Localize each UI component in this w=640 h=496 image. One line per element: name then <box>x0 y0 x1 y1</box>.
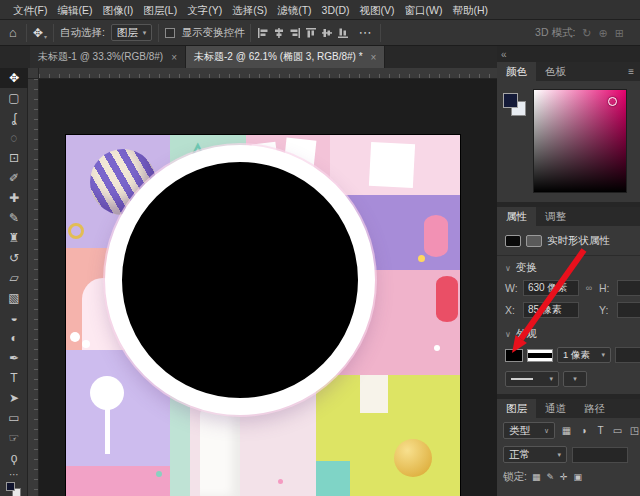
dock-header: « <box>497 46 640 62</box>
align-center-horizontal-icon[interactable] <box>273 27 285 39</box>
filter-smart-object-icon[interactable]: ◳ <box>628 425 640 436</box>
foreground-background-toolbar-swatches[interactable] <box>0 480 28 496</box>
color-picker-marker[interactable] <box>608 97 617 106</box>
document-tab[interactable]: 未标题-2 @ 62.1% (椭圆 3, RGB/8#) *× <box>186 46 385 68</box>
chevron-down-icon[interactable]: ∨ <box>505 330 511 339</box>
align-bottom-icon[interactable] <box>337 27 349 39</box>
edit-toolbar-icon[interactable]: ⋯ <box>0 468 28 480</box>
panel-menu-icon[interactable]: ≡ <box>628 62 640 81</box>
close-icon[interactable]: × <box>171 52 177 63</box>
lock-position-icon[interactable]: ✛ <box>560 472 568 482</box>
document-tab[interactable]: 未标题-1 @ 33.3%(RGB/8#)× <box>30 46 186 68</box>
menu-item-view[interactable]: 视图(V) <box>355 0 400 20</box>
stroke-width-dropdown[interactable]: 1 像素 ▾ <box>557 347 611 363</box>
pen-tool[interactable]: ✒ <box>0 348 28 368</box>
white-frame-graphic <box>369 142 415 188</box>
shape-properties-icon[interactable] <box>505 235 521 247</box>
align-center-vertical-icon[interactable] <box>321 27 333 39</box>
lock-pixels-icon[interactable]: ✎ <box>546 472 554 482</box>
properties-panel-tab[interactable]: 属性 <box>497 207 536 226</box>
divider <box>497 255 640 256</box>
auto-select-dropdown[interactable]: 图层 ▾ <box>111 24 153 41</box>
history-brush-tool[interactable]: ↺ <box>0 248 28 268</box>
mask-properties-icon[interactable] <box>526 235 542 247</box>
properties-panel-tab[interactable]: 调整 <box>536 207 575 226</box>
filter-shape-icon[interactable]: ▭ <box>611 425 624 436</box>
filter-adjustment-icon[interactable]: ◑ <box>577 425 590 436</box>
eyedropper-tool[interactable]: ✐ <box>0 168 28 188</box>
chevron-down-icon[interactable]: ∨ <box>505 264 511 273</box>
home-icon[interactable]: ⌂ <box>6 25 20 40</box>
menu-item-select[interactable]: 选择(S) <box>227 0 272 20</box>
y-input[interactable] <box>617 302 640 318</box>
align-left-icon[interactable] <box>257 27 269 39</box>
marquee-tool[interactable]: ▢ <box>0 88 28 108</box>
crop-tool[interactable]: ⊡ <box>0 148 28 168</box>
quick-selection-tool[interactable]: ◌ <box>0 128 28 148</box>
width-input[interactable]: 630 像素 <box>523 280 579 296</box>
menu-item-window[interactable]: 窗口(W) <box>400 0 448 20</box>
filter-type-icon[interactable]: T <box>594 425 607 436</box>
gradient-tool[interactable]: ▧ <box>0 288 28 308</box>
brush-tool[interactable]: ✎ <box>0 208 28 228</box>
stroke-align-dropdown[interactable]: ▾ <box>563 371 587 387</box>
clone-stamp-tool[interactable]: ♜ <box>0 228 28 248</box>
healing-brush-tool[interactable]: ✚ <box>0 188 28 208</box>
eraser-tool[interactable]: ▱ <box>0 268 28 288</box>
x-input[interactable]: 85 像素 <box>523 302 579 318</box>
3d-scale-icon[interactable]: ⊞ <box>615 27 624 40</box>
foreground-color-swatch[interactable] <box>503 93 518 108</box>
lasso-tool[interactable]: ʆ <box>0 108 28 128</box>
lock-transparency-icon[interactable]: ▦ <box>532 472 541 482</box>
shape-tool[interactable]: ▭ <box>0 408 28 428</box>
layers-panel-tab[interactable]: 通道 <box>536 399 575 418</box>
link-dimensions-icon[interactable]: ∞ <box>582 283 596 293</box>
fill-color-swatch[interactable] <box>505 349 523 362</box>
move-tool[interactable]: ✥ <box>0 68 28 88</box>
color-panel-tab[interactable]: 颜色 <box>497 62 536 81</box>
menu-item-edit[interactable]: 编辑(E) <box>52 0 97 20</box>
move-tool-preset[interactable]: ✥▾ <box>33 26 47 40</box>
auto-select-label: 自动选择: <box>60 26 105 40</box>
align-top-icon[interactable] <box>305 27 317 39</box>
foreground-color-swatch[interactable] <box>6 482 15 491</box>
color-gradient-field[interactable] <box>533 89 627 193</box>
canvas-area[interactable]: △ <box>28 68 497 496</box>
stroke-type-dropdown[interactable]: ▾ <box>505 371 559 387</box>
white-tree-graphic <box>90 376 124 410</box>
align-right-icon[interactable] <box>289 27 301 39</box>
hand-tool[interactable]: ☞ <box>0 428 28 448</box>
menu-item-3d[interactable]: 3D(D) <box>317 0 355 20</box>
height-input[interactable] <box>617 280 640 296</box>
color-panel-tab[interactable]: 色板 <box>536 62 575 81</box>
menu-item-image[interactable]: 图像(I) <box>97 0 138 20</box>
menu-item-help[interactable]: 帮助(H) <box>448 0 494 20</box>
path-selection-tool[interactable]: ➤ <box>0 388 28 408</box>
stroke-color-swatch[interactable] <box>527 349 553 362</box>
menu-item-type[interactable]: 文字(Y) <box>182 0 227 20</box>
layers-panel-tab[interactable]: 图层 <box>497 399 536 418</box>
opacity-field[interactable] <box>572 447 628 463</box>
filter-pixel-icon[interactable]: ▦ <box>560 425 573 436</box>
3d-roll-icon[interactable]: ⊕ <box>599 27 608 40</box>
blur-tool[interactable]: ◒ <box>0 308 28 328</box>
close-icon[interactable]: × <box>371 52 377 63</box>
3d-rotate-icon[interactable]: ↻ <box>582 27 591 40</box>
show-transform-checkbox[interactable] <box>165 28 175 38</box>
stroke-option-field[interactable] <box>615 347 640 363</box>
lock-all-icon[interactable]: ▣ <box>574 472 583 482</box>
red-cylinder-graphic <box>436 276 458 322</box>
type-tool-tool[interactable]: T <box>0 368 28 388</box>
menu-item-file[interactable]: 文件(F) <box>8 0 52 20</box>
more-options-icon[interactable]: ⋯ <box>355 25 374 40</box>
blend-mode-dropdown[interactable]: 正常 ▾ <box>503 446 567 463</box>
menu-item-layer[interactable]: 图层(L) <box>138 0 182 20</box>
menu-item-filter[interactable]: 滤镜(T) <box>272 0 316 20</box>
layer-filter-type-dropdown[interactable]: 类型 ∨ <box>503 422 555 439</box>
foreground-background-swatches[interactable] <box>503 93 529 119</box>
layers-panel-tab[interactable]: 路径 <box>575 399 614 418</box>
document-artwork[interactable]: △ <box>66 135 460 496</box>
collapse-dock-icon[interactable]: « <box>501 49 507 60</box>
zoom-tool[interactable]: ϙ <box>0 448 28 468</box>
dodge-tool[interactable]: ◐ <box>0 328 28 348</box>
